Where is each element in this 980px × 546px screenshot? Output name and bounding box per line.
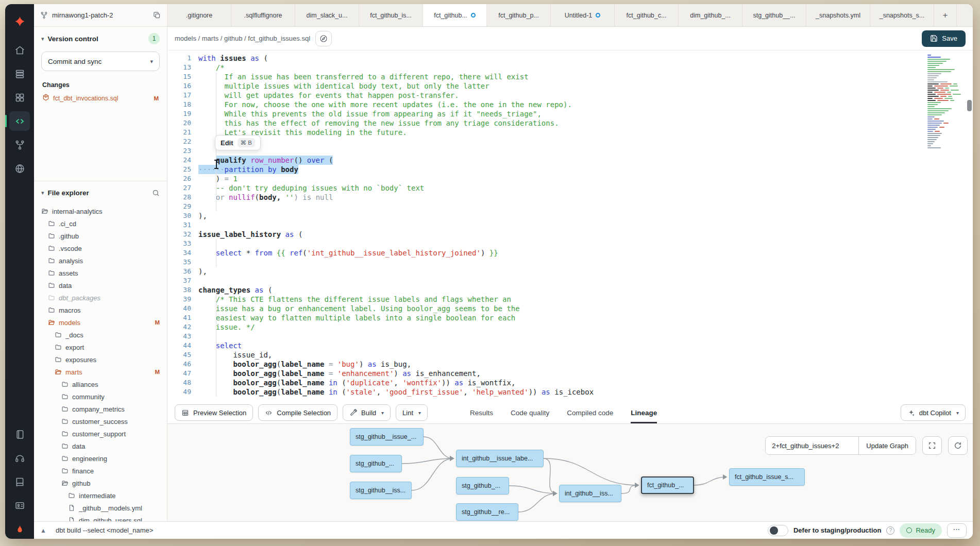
scrollbar-thumb[interactable] <box>967 100 972 111</box>
lineage-node-fct_github_issue_s[interactable]: fct_github_issue_s... <box>729 468 805 486</box>
lineage-node-stg_github__iss[interactable]: stg_github__iss... <box>350 482 412 499</box>
tree-item-intermediate[interactable]: intermediate <box>41 489 160 502</box>
search-icon[interactable] <box>152 189 160 197</box>
tab-dim_github_...[interactable]: dim_github_... <box>679 4 742 26</box>
lineage-node-stg_github__issue_[interactable]: stg_github__issue_... <box>350 428 424 446</box>
code-line[interactable]: 33 <box>167 239 973 248</box>
chevron-down-icon[interactable]: ▾ <box>41 36 44 42</box>
code-line[interactable]: 49 boolor_agg(label_name in ('stale', 'g… <box>167 387 973 397</box>
code-line[interactable]: 22 <box>167 137 973 146</box>
copy-icon[interactable] <box>153 11 161 19</box>
commit-and-sync-dropdown[interactable]: Commit and sync ▾ <box>41 52 160 71</box>
code-line[interactable]: 46 boolor_agg(label_name = 'bug') as is_… <box>167 360 973 369</box>
code-line[interactable]: 30), <box>167 211 973 220</box>
tab-_snapshots_s...[interactable]: _snapshots_s... <box>870 4 934 26</box>
tab-fct_github...[interactable]: fct_github... <box>423 4 487 26</box>
edit-popover[interactable]: Edit⌘ B <box>215 135 261 150</box>
tree-item-dim_github_users.sql[interactable]: dim_github_users.sql <box>41 514 160 521</box>
code-line[interactable]: 31 <box>167 220 973 230</box>
stack-icon[interactable] <box>9 64 30 83</box>
code-line[interactable]: 38change_types as ( <box>167 285 973 295</box>
tree-item-dbt_packages[interactable]: dbt_packages <box>41 292 160 304</box>
tab-_snapshots.yml[interactable]: _snapshots.yml <box>806 4 870 26</box>
tree-item-customer_support[interactable]: customer_support <box>41 428 160 440</box>
tree-item-data[interactable]: data <box>41 440 160 452</box>
panel-tab-lineage[interactable]: Lineage <box>631 402 657 423</box>
code-line[interactable]: 26 ) = 1 <box>167 174 973 183</box>
tree-item-community[interactable]: community <box>41 390 160 403</box>
code-line[interactable]: 20 this has the effect of removing the n… <box>167 118 973 128</box>
tree-item-github[interactable]: github <box>41 477 160 489</box>
tab-dim_slack_u...[interactable]: dim_slack_u... <box>295 4 359 26</box>
code-line[interactable]: 37 <box>167 276 973 285</box>
code-line[interactable]: 35 <box>167 258 973 267</box>
changed-file-item[interactable]: fct_dbt_invocations.sql M <box>41 93 160 104</box>
compile-selection-button[interactable]: Compile Selection <box>258 404 337 421</box>
home-icon[interactable] <box>9 40 30 60</box>
panel-tab-code-quality[interactable]: Code quality <box>511 402 549 423</box>
tree-item-finance[interactable]: finance <box>41 465 160 477</box>
preview-selection-button[interactable]: Preview Selection <box>175 404 253 421</box>
code-line[interactable]: 13 /* <box>167 63 973 72</box>
tree-item-export[interactable]: export <box>41 341 160 353</box>
lineage-node-int_github__issue_labe[interactable]: int_github__issue_labe... <box>456 450 544 467</box>
code-line[interactable]: 42 issue. */ <box>167 322 973 332</box>
help-icon[interactable]: ? <box>886 526 894 535</box>
tree-item-_docs[interactable]: _docs <box>41 329 160 341</box>
tree-item-macros[interactable]: macros <box>41 304 160 316</box>
defer-toggle[interactable] <box>768 525 788 536</box>
code-line[interactable]: 21 Let's revisit this modeling in the fu… <box>167 128 973 137</box>
code-line[interactable]: 44 select <box>167 341 973 350</box>
code-line[interactable]: 17 will get updates for events that happ… <box>167 91 973 100</box>
tree-item-company_metrics[interactable]: company_metrics <box>41 403 160 415</box>
tab-stg_github__...[interactable]: stg_github__... <box>742 4 806 26</box>
tab-fct_github_p...[interactable]: fct_github_p... <box>487 4 551 26</box>
lineage-selector-input[interactable] <box>766 437 858 454</box>
tree-item-_github__models.yml[interactable]: _github__models.yml <box>41 502 160 514</box>
lineage-node-stg_github__re[interactable]: stg_github__re... <box>456 503 518 521</box>
journal-icon[interactable] <box>9 424 30 444</box>
tree-item-analysis[interactable]: analysis <box>41 254 160 267</box>
code-line[interactable]: 16 multiple issues with identical body t… <box>167 81 973 91</box>
tab-Untitled-1[interactable]: Untitled-1 <box>551 4 615 26</box>
tree-item-exposures[interactable]: exposures <box>41 353 160 366</box>
code-line[interactable]: 27 -- don't try deduping issues with no … <box>167 183 973 193</box>
tree-item-alliances[interactable]: alliances <box>41 378 160 390</box>
code-line[interactable]: 34 select * from {{ ref('int_github__iss… <box>167 248 973 258</box>
book-icon[interactable] <box>9 472 30 491</box>
lineage-node-stg_github_[interactable]: stg_github_... <box>350 455 402 472</box>
code-line[interactable]: 15 If an issue has been transferred to a… <box>167 72 973 81</box>
code-line[interactable]: 47 boolor_agg(label_name = 'enhancement'… <box>167 369 973 378</box>
build-button[interactable]: Build▾ <box>343 404 391 421</box>
code-line[interactable]: 24 qualify row_number() over ( <box>167 156 973 165</box>
globe-icon[interactable] <box>9 159 30 178</box>
command-input[interactable]: dbt build --select <model_name> <box>56 526 763 534</box>
code-line[interactable]: 39 /* This CTE flattens the different is… <box>167 295 973 304</box>
new-tab-button[interactable]: + <box>934 4 957 26</box>
copilot-compass-icon[interactable] <box>315 31 332 46</box>
code-line[interactable]: 25······partition by body <box>167 165 973 174</box>
code-line[interactable]: 1with issues as ( <box>167 54 973 63</box>
code-line[interactable]: 29 <box>167 202 973 211</box>
code-line[interactable]: 19 While this prevents the old issue fro… <box>167 109 973 118</box>
tree-item-marts[interactable]: martsM <box>41 366 160 378</box>
code-line[interactable]: 45 issue_id, <box>167 350 973 360</box>
tree-item-.github[interactable]: .github <box>41 230 160 242</box>
code-line[interactable]: 23 <box>167 146 973 156</box>
develop-icon[interactable] <box>9 111 30 131</box>
tab-.sqlfluffignore[interactable]: .sqlfluffignore <box>231 4 295 26</box>
id-card-icon[interactable] <box>9 496 30 515</box>
more-options-button[interactable]: ⋯ <box>947 523 967 538</box>
lineage-node-fct_github_[interactable]: fct_github_... <box>641 476 694 494</box>
lineage-node-stg_github_[interactable]: stg_github_... <box>456 477 509 494</box>
tree-item-assets[interactable]: assets <box>41 267 160 279</box>
grid-icon[interactable] <box>9 88 30 107</box>
lineage-node-int_github__iss[interactable]: int_github__iss... <box>559 485 621 502</box>
code-line[interactable]: 48 boolor_agg(label_name in ('duplicate'… <box>167 378 973 387</box>
git-fork-icon[interactable] <box>9 135 30 155</box>
collapse-chevron-icon[interactable]: ▲ <box>40 527 50 534</box>
tree-item-customer_success[interactable]: customer_success <box>41 415 160 428</box>
tree-item-models[interactable]: modelsM <box>41 316 160 329</box>
code-line[interactable]: 28 or nullif(body, '') is null <box>167 193 973 202</box>
update-graph-button[interactable]: Update Graph <box>858 437 916 454</box>
